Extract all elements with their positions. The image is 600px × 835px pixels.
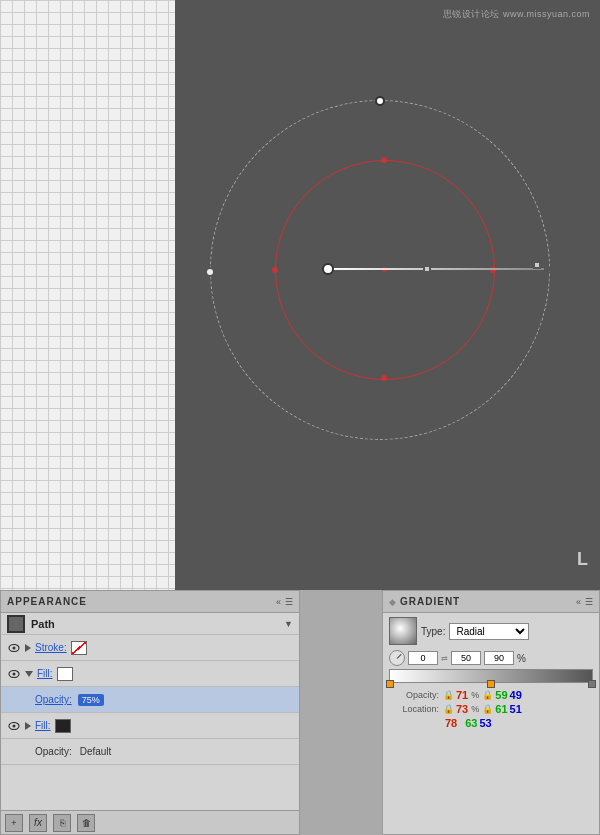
corner-l-mark: L bbox=[577, 549, 588, 570]
eye-icon-opacity bbox=[7, 695, 21, 705]
eye-svg-fill2 bbox=[8, 722, 20, 730]
gradient-reverse-icon[interactable]: ⇄ bbox=[441, 654, 448, 663]
gradient-body: Type: Radial Linear ⇄ % bbox=[383, 613, 599, 733]
gradient-preview bbox=[389, 617, 417, 645]
path-swatch bbox=[7, 615, 25, 633]
gradient-bar-container[interactable] bbox=[389, 669, 593, 683]
gradient-bar bbox=[325, 268, 545, 270]
panel-gap bbox=[300, 590, 380, 835]
fill-gradient-row: Fill: bbox=[1, 661, 299, 687]
dark-canvas: 思锐设计论坛 www.missyuan.com L bbox=[175, 0, 600, 590]
opacity-default-row: Opacity: Default bbox=[1, 739, 299, 765]
color-b2: 51 bbox=[510, 703, 522, 715]
lock-icon-1: 🔒 bbox=[443, 690, 454, 700]
color-b1: 49 bbox=[510, 689, 522, 701]
opacity-color-label: Opacity: bbox=[389, 690, 441, 700]
appearance-footer: + fx ⎘ 🗑 bbox=[1, 810, 299, 834]
path-label-row: Path ▼ bbox=[1, 613, 299, 635]
appearance-panel: APPEARANCE « ☰ Path ▼ Stroke: bbox=[0, 590, 300, 835]
fx-icon[interactable]: fx bbox=[29, 814, 47, 832]
location-color-label: Location: bbox=[389, 704, 441, 714]
duplicate-icon[interactable]: ⎘ bbox=[53, 814, 71, 832]
opacity-row: Opacity: 75% bbox=[1, 687, 299, 713]
cp-arrow-right bbox=[544, 263, 553, 275]
color-g1: 59 bbox=[495, 689, 507, 701]
gradient-panel: ◆ GRADIENT « ☰ Type: Radial Linear bbox=[382, 590, 600, 835]
gradient-type-label: Type: bbox=[421, 626, 445, 637]
fill-black-row: Fill: bbox=[1, 713, 299, 739]
color-values-area: Opacity: 🔒 71 % 🔒 59 49 Location: 🔒 73 %… bbox=[389, 689, 593, 729]
red-dot-top bbox=[381, 157, 387, 163]
appearance-header-icons: « ☰ bbox=[276, 597, 293, 607]
eye-icon-fill1[interactable] bbox=[7, 669, 21, 679]
appearance-panel-header: APPEARANCE « ☰ bbox=[1, 591, 299, 613]
color-r1: 71 bbox=[456, 689, 468, 701]
add-icon[interactable]: + bbox=[5, 814, 23, 832]
svg-point-1 bbox=[13, 646, 16, 649]
grid-lines bbox=[0, 0, 175, 590]
color-row-location: Location: 🔒 73 % 🔒 61 51 bbox=[389, 703, 593, 715]
eye-svg-fill1 bbox=[8, 670, 20, 678]
gradient-type-select[interactable]: Radial Linear bbox=[449, 623, 529, 640]
lock-icon-3: 🔒 bbox=[443, 704, 454, 714]
stroke-swatch[interactable] bbox=[71, 641, 87, 655]
gradient-stop1-input[interactable] bbox=[451, 651, 481, 665]
stop-marker-right[interactable] bbox=[588, 680, 596, 688]
opacity-label[interactable]: Opacity: bbox=[35, 694, 72, 705]
lock-icon-2: 🔒 bbox=[482, 690, 493, 700]
gradient-collapse-arrow[interactable]: « bbox=[576, 597, 581, 607]
cp-left-big[interactable] bbox=[205, 267, 215, 277]
color-g2: 61 bbox=[495, 703, 507, 715]
stop-marker-mid[interactable] bbox=[487, 680, 495, 688]
cp-square-mid[interactable] bbox=[423, 265, 431, 273]
gradient-type-row: Type: Radial Linear bbox=[389, 617, 593, 645]
watermark: 思锐设计论坛 www.missyuan.com bbox=[443, 8, 590, 21]
fill1-expand-arrow[interactable] bbox=[25, 671, 33, 677]
grid-panel bbox=[0, 0, 175, 590]
color-row-opacity: Opacity: 🔒 71 % 🔒 59 49 bbox=[389, 689, 593, 701]
color-r3: 78 bbox=[445, 717, 457, 729]
red-dot-bottom bbox=[381, 375, 387, 381]
gradient-title: GRADIENT bbox=[400, 596, 460, 607]
opacity-default-label: Opacity: bbox=[35, 746, 72, 757]
gradient-stop2-input[interactable] bbox=[484, 651, 514, 665]
gradient-angle-input[interactable] bbox=[408, 651, 438, 665]
color-b3: 53 bbox=[480, 717, 492, 729]
fill2-swatch[interactable] bbox=[55, 719, 71, 733]
red-dot-left bbox=[272, 267, 278, 273]
fill1-swatch[interactable] bbox=[57, 667, 73, 681]
percent-r2: % bbox=[471, 704, 479, 714]
collapse-double-arrow[interactable]: « bbox=[276, 597, 281, 607]
cp-circle-left[interactable] bbox=[322, 263, 334, 275]
color-r2: 73 bbox=[456, 703, 468, 715]
percent-sign: % bbox=[517, 653, 526, 664]
gradient-menu-icon[interactable]: ☰ bbox=[585, 597, 593, 607]
svg-point-5 bbox=[13, 724, 16, 727]
lock-icon-4: 🔒 bbox=[482, 704, 493, 714]
path-label: Path bbox=[31, 618, 55, 630]
stop-marker-left[interactable] bbox=[386, 680, 394, 688]
fill2-label[interactable]: Fill: bbox=[35, 720, 51, 731]
cp-square-right[interactable] bbox=[533, 261, 541, 269]
trash-icon[interactable]: 🗑 bbox=[77, 814, 95, 832]
fill2-expand-arrow[interactable] bbox=[25, 722, 31, 730]
color-g3: 63 bbox=[465, 717, 477, 729]
canvas-area: 思锐设计论坛 www.missyuan.com L bbox=[0, 0, 600, 590]
color-row-3: 78 63 53 bbox=[389, 717, 593, 729]
eye-icon-stroke[interactable] bbox=[7, 643, 21, 653]
appearance-title: APPEARANCE bbox=[7, 596, 87, 607]
cp-top[interactable] bbox=[375, 96, 385, 106]
svg-point-3 bbox=[13, 672, 16, 675]
opacity-default-value: Default bbox=[80, 746, 112, 757]
gradient-angle-row: ⇄ % bbox=[389, 650, 593, 666]
stroke-expand-arrow[interactable] bbox=[25, 644, 31, 652]
fill1-label[interactable]: Fill: bbox=[37, 668, 53, 679]
panel-menu-icon[interactable]: ☰ bbox=[285, 597, 293, 607]
eye-icon-opacity2 bbox=[7, 747, 21, 757]
bottom-panels: APPEARANCE « ☰ Path ▼ Stroke: bbox=[0, 590, 600, 835]
opacity-badge[interactable]: 75% bbox=[78, 694, 104, 706]
stroke-label[interactable]: Stroke: bbox=[35, 642, 67, 653]
eye-icon-fill2[interactable] bbox=[7, 721, 21, 731]
eye-svg-stroke bbox=[8, 644, 20, 652]
percent-r1: % bbox=[471, 690, 479, 700]
